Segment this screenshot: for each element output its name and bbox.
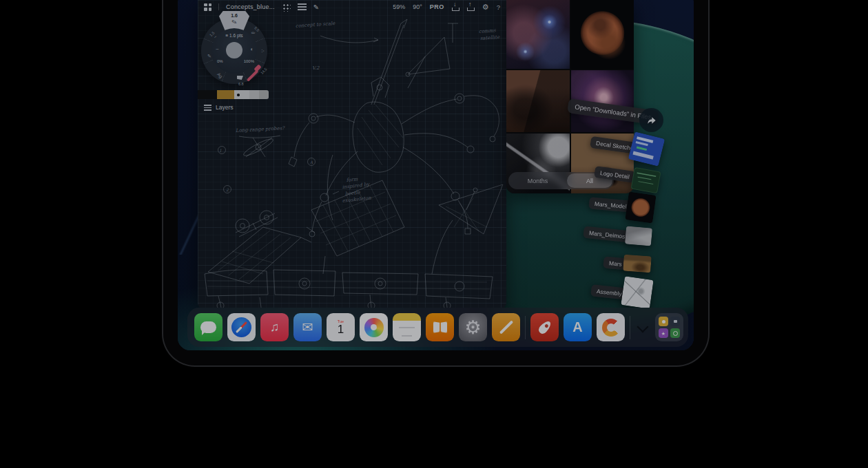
- dock-app-rocket[interactable]: [530, 313, 559, 341]
- dock-divider-1: [525, 316, 526, 339]
- forward-arrow-icon: [645, 115, 658, 126]
- help-button[interactable]: ?: [497, 3, 500, 11]
- opacity-icon: ◐: [250, 46, 254, 52]
- layers-label: Layers: [216, 104, 234, 111]
- annotation-marker-1: 1: [219, 148, 222, 153]
- annotation-marker-2: 2: [226, 187, 229, 192]
- photo-mars-globe[interactable]: [571, 0, 634, 69]
- stroke-size-value: 1.6 pts: [229, 33, 243, 38]
- drag-thumb-assembly[interactable]: [621, 276, 653, 308]
- dock-app-messages[interactable]: [194, 313, 223, 341]
- notes-lines-icon: [399, 327, 415, 335]
- ipad-screen: concept to scale V.2 comms satellite Lon…: [178, 0, 694, 350]
- dock-divider-2: [630, 316, 630, 339]
- smoothing-icon: ~: [216, 46, 219, 52]
- photos-flower-icon: [364, 318, 384, 337]
- stroke-size-row[interactable]: ≡ 1.6 pts: [211, 33, 257, 38]
- dock-app-notes[interactable]: [393, 313, 421, 341]
- books-page-left-icon: [433, 321, 439, 333]
- drag-thumb-mars-model[interactable]: [625, 191, 656, 223]
- pen-mode-icon[interactable]: ✎: [313, 3, 319, 11]
- dock-app-music[interactable]: ♫: [260, 313, 289, 341]
- tool-wheel-hub[interactable]: ≡ 1.6 pts ~ ◐ 0% 100%: [211, 28, 257, 74]
- settings-gear-app-icon: ⚙: [464, 317, 481, 339]
- palette-swatch-gold[interactable]: [217, 90, 234, 99]
- books-page-right-icon: [440, 321, 446, 333]
- annotation-comms-2: satellite: [480, 34, 501, 41]
- annotation-marker-a: A: [309, 160, 313, 164]
- opacity-max-value[interactable]: 100%: [244, 59, 254, 63]
- zoom-level[interactable]: 59%: [393, 3, 405, 10]
- precision-grid-icon[interactable]: [282, 3, 291, 12]
- rocket-icon: [537, 319, 552, 336]
- photo-mars-surface[interactable]: [506, 70, 570, 132]
- opacity-min-value[interactable]: 0%: [217, 59, 223, 63]
- dock: ♫ ✉ Tue 1 ⚙ A: [187, 308, 688, 347]
- drag-thumb-mars-deimos[interactable]: [625, 226, 652, 246]
- app-store-a-icon: A: [572, 319, 582, 335]
- export-icon[interactable]: [467, 3, 475, 11]
- drag-thumb-logo-detail[interactable]: [631, 167, 661, 193]
- dock-app-concepts[interactable]: [597, 313, 625, 341]
- filter-months-button[interactable]: Months: [508, 178, 567, 184]
- settings-gear-icon[interactable]: ⚙: [482, 3, 489, 11]
- dock-app-app-store[interactable]: A: [564, 313, 592, 341]
- color-palette: [198, 90, 269, 99]
- dock-app-sketch-pen[interactable]: [492, 313, 520, 341]
- document-title[interactable]: Concepts_blue...: [226, 3, 275, 10]
- library-tile-camera: [670, 317, 680, 326]
- photo-horsehead-nebula[interactable]: [506, 0, 570, 69]
- pen-bar-icon: [499, 320, 513, 334]
- concepts-window[interactable]: concept to scale V.2 comms satellite Lon…: [198, 0, 506, 309]
- annotation-version: V.2: [312, 65, 320, 71]
- palette-swatch-black[interactable]: [198, 90, 217, 99]
- stroke-menu-icon[interactable]: [298, 3, 307, 10]
- pro-badge[interactable]: PRO: [430, 3, 444, 10]
- photo-grid: [506, 0, 634, 193]
- dock-app-calendar[interactable]: Tue 1: [327, 313, 355, 341]
- brush-preview-disc[interactable]: [226, 42, 242, 58]
- selected-color-dot: [237, 94, 240, 96]
- ipad-device: concept to scale V.2 comms satellite Lon…: [163, 0, 708, 365]
- rotation-value[interactable]: 90°: [413, 3, 422, 10]
- annotation-probes: Long-range probes?: [236, 125, 286, 134]
- concepts-c-icon: [602, 319, 620, 337]
- nib-tool-icon: ✎: [207, 54, 211, 59]
- palette-swatch-gray-2[interactable]: [259, 90, 269, 99]
- import-icon[interactable]: [452, 3, 459, 11]
- dock-app-mail[interactable]: ✉: [293, 313, 322, 341]
- size-slider-icon: ≡: [225, 33, 228, 38]
- dock-hide-chevron-icon[interactable]: [635, 321, 650, 334]
- marketing-canvas: concept to scale V.2 comms satellite Lon…: [0, 0, 868, 468]
- messages-bubble-icon: [200, 321, 216, 333]
- library-tile-lightbulb: [659, 317, 668, 326]
- library-tile-clock: [670, 328, 680, 338]
- tool-wheel[interactable]: 1.6 ✎ 1.5 ~ 5.5 ✐ ∴ 14.5: [201, 18, 267, 84]
- tool-size-marker: 6.8: [238, 82, 244, 86]
- app-menu-icon[interactable]: [204, 3, 211, 11]
- mail-envelope-icon: ✉: [302, 319, 313, 335]
- toolbar-divider: [218, 3, 219, 10]
- calendar-day: 1: [338, 323, 344, 337]
- library-tile-star: ★: [659, 328, 668, 338]
- dock-app-books[interactable]: [426, 313, 454, 341]
- antenna-spike: [371, 23, 404, 105]
- dock-app-photos[interactable]: [360, 313, 388, 341]
- dock-app-safari[interactable]: [227, 313, 256, 341]
- photos-window[interactable]: Months All: [506, 0, 634, 193]
- layers-icon: [204, 105, 211, 111]
- comms-dish: [408, 37, 450, 88]
- annotation-beetle-1: form: [346, 176, 358, 183]
- dock-app-library[interactable]: ★: [655, 313, 683, 341]
- drop-share-button[interactable]: [639, 108, 663, 132]
- dock-app-settings[interactable]: ⚙: [459, 313, 487, 341]
- palette-swatch-gray-1[interactable]: [249, 90, 259, 99]
- layers-button[interactable]: Layers: [204, 104, 234, 111]
- safari-compass-icon: [231, 317, 251, 337]
- annotation-arrow: [320, 36, 378, 43]
- music-note-icon: ♫: [270, 320, 280, 334]
- annotation-beetle-3: beetle: [344, 190, 361, 197]
- palette-swatch-light-selected[interactable]: [234, 90, 249, 99]
- airbrush-tool-icon: ∴: [260, 50, 265, 52]
- drag-thumb-mars[interactable]: [623, 255, 652, 273]
